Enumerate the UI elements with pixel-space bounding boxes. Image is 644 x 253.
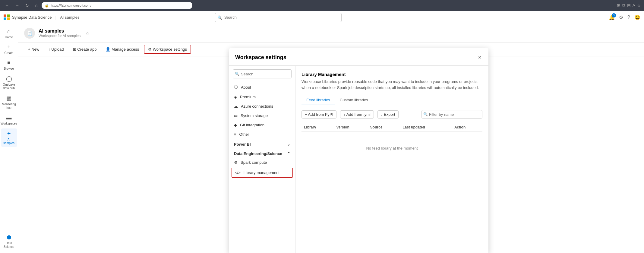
col-library: Library [301,123,334,131]
content-area: 📄 AI samples Workspace for AI samples ◇ … [18,24,644,253]
nav-label: Spark compute [241,160,267,165]
nav-label: Library management [244,170,279,175]
home-button[interactable]: ⌂ [33,2,39,9]
panel-close-button[interactable]: × [477,53,482,62]
nav-item-azure-connections[interactable]: ☁ Azure connections [229,102,295,111]
notification-button[interactable]: 🔔 3 [609,14,615,20]
nav-item-spark-compute[interactable]: ⚙ Spark compute [229,158,295,167]
filter-container: 🔍 [421,110,482,119]
spark-icon: ⚙ [234,160,238,165]
back-button[interactable]: ← [3,2,11,9]
workspace-subtitle: Workspace for AI samples [39,34,80,38]
ai-samples-icon: ✦ [7,130,11,137]
browser-chrome: ← → ↻ ⌂ 🔒 https://fabric.microsoft.com/ … [0,0,644,11]
nav-item-premium[interactable]: ◈ Premium [229,92,295,102]
panel-search-icon: 🔍 [235,72,239,76]
workspace-info: AI samples Workspace for AI samples [39,28,80,38]
sidebar-item-browse[interactable]: ■ Browse [1,58,17,72]
main-layout: ⌂ Home + Create ■ Browse ◯ OneLake data … [0,24,644,253]
nav-label: Azure connections [241,104,273,109]
col-action: Action [452,123,482,131]
workspace-header: 📄 AI samples Workspace for AI samples ◇ [18,24,644,43]
app-brand-name: Synapse Data Science [12,15,52,20]
sidebar-item-label: Monitoring hub [2,103,16,110]
nav-item-system-storage[interactable]: ▭ System storage [229,111,295,120]
panel-search-wrap: 🔍 [233,69,292,78]
app-header: Synapse Data Science | AI samples 🔍 🔔 3 … [0,11,644,24]
other-icon: ≡ [234,132,236,137]
create-app-button[interactable]: ⊞ Create app [69,45,101,54]
settings-icon[interactable]: ⚙ [619,14,623,20]
lib-section-title: Library Management [301,72,482,77]
upload-button[interactable]: ↑ Upload [44,45,68,54]
premium-icon: ◈ [234,95,237,99]
panel-main-content: Library Management Workspace Libraries p… [295,66,488,253]
nav-item-about[interactable]: ⓘ About [229,82,295,92]
browse-icon: ■ [7,60,11,66]
manage-access-button[interactable]: 👤 Manage access [102,45,143,54]
panel-search-input[interactable] [233,69,292,78]
workspace-settings-button[interactable]: ⚙ Workspace settings [144,45,191,54]
sidebar-item-label: Home [5,36,13,39]
tab-custom-libraries[interactable]: Custom libraries [335,95,373,105]
sidebar-item-create[interactable]: + Create [1,42,17,57]
panel-nav: 🔍 ⓘ About ◈ Premium ☁ Azure conn [229,66,295,253]
browser-actions: ⊞ ⧉ ⊟ A ☆ [617,3,641,8]
export-button[interactable]: ↓ Export [377,110,399,119]
app-logo: Synapse Data Science | AI samples [4,14,79,21]
address-bar[interactable]: 🔒 https://fabric.microsoft.com/ [42,2,192,9]
home-icon: ⌂ [7,28,11,35]
sidebar-item-data-science[interactable]: ⬢ Data Science [1,232,17,251]
forward-button[interactable]: → [13,2,21,9]
sidebar-item-label: OneLake data hub [2,83,16,90]
panel-search-container: 🔍 [229,69,295,82]
lib-description: Workspace Libraries provide reusable cod… [301,79,482,90]
nav-label: Git integration [240,123,264,127]
split-view-icon: ⧉ [622,3,625,8]
code-icon: </> [235,170,241,175]
table-body: No feed library at the moment [301,131,482,165]
diamond-icon: ◇ [86,31,89,36]
sidebar-item-onelake[interactable]: ◯ OneLake data hub [1,74,17,92]
onelake-icon: ◯ [6,75,12,82]
section-label-data-engineering: Data Engineering/Science [234,151,282,156]
sidebar-item-monitoring[interactable]: ▨ Monitoring hub [1,93,17,112]
chevron-down-icon-powerbi: ⌄ [287,142,290,147]
section-header-data-engineering[interactable]: Data Engineering/Science ⌃ [229,148,295,158]
refresh-button[interactable]: ↻ [24,2,31,9]
nav-item-other[interactable]: ≡ Other [229,130,295,139]
nav-label: Premium [240,95,256,99]
header-search-container: 🔍 [215,13,342,22]
add-from-pypi-button[interactable]: + Add from PyPI [301,110,336,119]
sidebar-item-ai-samples[interactable]: ✦ AI samples [1,128,17,147]
font-icon: A [633,3,635,8]
sidebar-item-label: AI samples [2,138,16,145]
data-science-icon: ⬢ [7,234,11,241]
sidebar-item-label: Data Science [2,242,16,249]
help-icon[interactable]: ? [627,15,630,20]
panel-title: Workspace settings [235,54,286,61]
user-icon[interactable]: 😀 [634,14,640,20]
notification-badge: 3 [612,13,616,17]
sidebar-item-workspaces[interactable]: ▬ Workspaces [1,113,17,127]
microsoft-logo [4,14,10,21]
workspaces-icon: ▬ [6,115,12,121]
tab-feed-libraries[interactable]: Feed libraries [301,95,335,105]
about-icon: ⓘ [234,84,238,90]
add-from-yml-button[interactable]: ↑ Add from .yml [340,110,374,119]
sidebar-item-label: Browse [4,67,14,71]
nav-item-git-integration[interactable]: ◆ Git integration [229,120,295,130]
table-header: Library Version Source Last updated Acti… [301,123,482,131]
section-header-powerbi[interactable]: Power BI ⌄ [229,139,295,148]
nav-label: Other [239,132,249,137]
new-button[interactable]: + New [24,45,43,54]
header-search-input[interactable] [215,13,342,22]
library-toolbar: + Add from PyPI ↑ Add from .yml ↓ Export… [301,110,482,119]
monitoring-icon: ▨ [6,95,11,102]
header-right-actions: 🔔 3 ⚙ ? 😀 [609,14,640,20]
sidebar-item-home[interactable]: ⌂ Home [1,27,17,41]
grid-icon: ⊟ [627,3,631,8]
filter-input[interactable] [421,110,482,119]
filter-icon: 🔍 [423,112,428,116]
nav-item-library-management[interactable]: </> Library management [232,168,293,178]
